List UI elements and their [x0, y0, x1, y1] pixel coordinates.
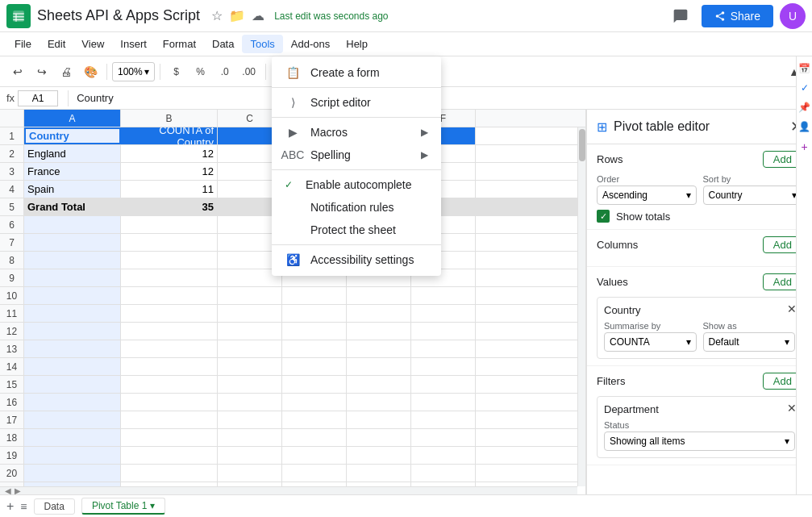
menu-insert[interactable]: Insert [112, 35, 155, 53]
cell[interactable] [24, 429, 121, 446]
cell[interactable] [121, 305, 218, 322]
cell[interactable] [347, 287, 411, 304]
cell[interactable] [347, 394, 411, 411]
cell[interactable] [121, 269, 218, 286]
cell[interactable] [282, 340, 347, 357]
cell[interactable] [121, 216, 218, 233]
cell[interactable] [121, 323, 218, 340]
cell[interactable] [347, 305, 411, 322]
cell[interactable] [282, 323, 347, 340]
show-totals-checkbox[interactable]: ✓ [597, 210, 610, 223]
tools-menu-item-macros[interactable]: ▶ Macros ▶ [272, 121, 441, 144]
zoom-selector[interactable]: 100% ▾ [112, 62, 155, 81]
tools-menu-item-create-form[interactable]: 📋 Create a form [272, 61, 441, 84]
cell[interactable] [121, 252, 218, 269]
purple-plus-icon[interactable]: + [801, 140, 807, 153]
tools-menu-item-script-editor[interactable]: ⟩ Script editor [272, 91, 441, 114]
cell[interactable] [282, 305, 347, 322]
google-tasks-icon[interactable]: ✓ [801, 82, 809, 94]
show-as-select[interactable]: Default ▾ [703, 332, 796, 352]
print-button[interactable]: 🖨 [55, 60, 77, 83]
cell-a5[interactable]: Grand Total [24, 198, 121, 215]
cell-a4[interactable]: Spain [24, 181, 121, 198]
cell[interactable] [218, 411, 282, 428]
cell[interactable] [411, 323, 476, 340]
cell[interactable] [218, 323, 282, 340]
horizontal-scrollbar[interactable]: ◀ ▶ [0, 486, 577, 494]
cell[interactable] [218, 394, 282, 411]
cell[interactable] [24, 287, 121, 304]
cell[interactable] [218, 287, 282, 304]
cell-a1[interactable]: Country [24, 127, 121, 144]
cell[interactable] [24, 411, 121, 428]
cell[interactable] [411, 376, 476, 393]
cell[interactable] [121, 340, 218, 357]
cell[interactable] [121, 465, 218, 482]
cell[interactable] [121, 411, 218, 428]
cell[interactable] [24, 394, 121, 411]
vertical-scrollbar[interactable] [577, 127, 585, 486]
sheets-list-button[interactable]: ≡ [20, 500, 27, 513]
tools-menu-item-accessibility[interactable]: ♿ Accessibility settings [272, 248, 441, 271]
cell-b2[interactable]: 12 [121, 145, 218, 162]
cell[interactable] [282, 394, 347, 411]
cell[interactable] [282, 429, 347, 446]
pivot-tab-arrow[interactable]: ▾ [150, 500, 155, 511]
cell[interactable] [347, 340, 411, 357]
tools-menu-item-notification[interactable]: Notification rules [272, 196, 441, 219]
cell[interactable] [121, 287, 218, 304]
cell[interactable] [121, 447, 218, 464]
cell[interactable] [121, 429, 218, 446]
status-select[interactable]: Showing all items ▾ [604, 432, 795, 451]
star-icon[interactable]: ☆ [211, 8, 223, 23]
cell-b4[interactable]: 11 [121, 181, 218, 198]
menu-data[interactable]: Data [204, 35, 242, 53]
menu-edit[interactable]: Edit [40, 35, 73, 53]
tools-menu-item-spelling[interactable]: ABC Spelling ▶ [272, 144, 441, 166]
cell[interactable] [218, 465, 282, 482]
cell[interactable] [411, 429, 476, 446]
cell[interactable] [282, 358, 347, 375]
cell[interactable] [24, 447, 121, 464]
contacts-icon[interactable]: 👤 [798, 121, 810, 132]
cell[interactable] [24, 358, 121, 375]
cell[interactable] [24, 234, 121, 251]
cell[interactable] [218, 305, 282, 322]
cell[interactable] [218, 340, 282, 357]
cell-reference-input[interactable] [18, 90, 58, 106]
menu-view[interactable]: View [73, 35, 112, 53]
cell[interactable] [121, 234, 218, 251]
scroll-right[interactable]: ▶ [15, 486, 21, 494]
cell[interactable] [282, 287, 347, 304]
cell[interactable] [347, 411, 411, 428]
decimal2-button[interactable]: .00 [238, 62, 260, 81]
cell-b3[interactable]: 12 [121, 163, 218, 180]
cell[interactable] [218, 358, 282, 375]
cell[interactable] [411, 465, 476, 482]
data-tab[interactable]: Data [34, 498, 75, 515]
tools-menu-item-protect[interactable]: Protect the sheet [272, 219, 441, 241]
cell[interactable] [282, 376, 347, 393]
cell[interactable] [411, 340, 476, 357]
col-header-b[interactable]: B [121, 110, 218, 127]
menu-tools[interactable]: Tools [242, 35, 282, 53]
percent-button[interactable]: % [189, 62, 212, 81]
cell[interactable] [282, 447, 347, 464]
folder-icon[interactable]: 📁 [229, 8, 245, 23]
cell[interactable] [282, 465, 347, 482]
cell[interactable] [121, 376, 218, 393]
cell[interactable] [218, 376, 282, 393]
cell[interactable] [347, 429, 411, 446]
cell[interactable] [24, 340, 121, 357]
cell[interactable] [24, 305, 121, 322]
cell[interactable] [24, 323, 121, 340]
cell[interactable] [121, 394, 218, 411]
cell[interactable] [218, 447, 282, 464]
share-button[interactable]: Share [702, 5, 773, 27]
cell[interactable] [24, 252, 121, 269]
cell[interactable] [411, 287, 476, 304]
cell[interactable] [347, 447, 411, 464]
cell[interactable] [411, 358, 476, 375]
currency-button[interactable]: $ [165, 62, 188, 81]
google-calendar-icon[interactable]: 📅 [798, 63, 810, 74]
